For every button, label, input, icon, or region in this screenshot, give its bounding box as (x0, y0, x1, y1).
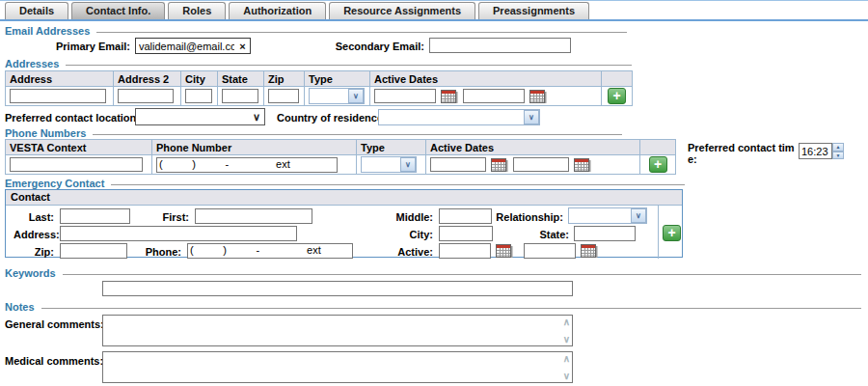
chevron-down-icon: ∨ (400, 157, 416, 172)
address-input[interactable] (10, 89, 106, 103)
relationship-select[interactable]: ∨ (568, 207, 647, 224)
vesta-context-input[interactable] (10, 157, 143, 172)
col-header-type: Type (305, 71, 370, 87)
primary-email-label: Primary Email: (53, 41, 130, 52)
emergency-state-input[interactable] (574, 226, 636, 241)
section-rule (111, 184, 685, 185)
preferred-contact-location-label: Preferred contact location: (5, 112, 140, 124)
spin-up-icon[interactable]: ▲ (832, 143, 844, 152)
chevron-down-icon: ∨ (253, 109, 260, 124)
preferred-contact-time-input[interactable] (799, 143, 832, 159)
col-header-vesta-context: VESTA Context (6, 140, 152, 155)
add-address-row-button[interactable]: + (608, 88, 626, 104)
city-input[interactable] (185, 89, 212, 103)
tab-bar: Details Contact Info. Roles Authorizatio… (5, 2, 589, 19)
section-rule (66, 65, 632, 66)
address-type-select[interactable]: ∨ (309, 88, 365, 104)
emergency-address-label: Address: (14, 229, 54, 240)
middle-name-input[interactable] (439, 208, 492, 224)
col-header-state: State (218, 71, 264, 87)
col-header-add (602, 71, 633, 87)
emergency-active-from-input[interactable] (439, 243, 491, 259)
phone-type-select[interactable]: ∨ (361, 156, 417, 173)
calendar-icon[interactable] (495, 243, 514, 259)
scroll-up-icon[interactable]: ∧ (563, 317, 570, 326)
tab-roles[interactable]: Roles (168, 2, 226, 19)
chevron-down-icon: ∨ (631, 208, 646, 223)
section-title: Email Addresses (5, 25, 90, 37)
active-from-input[interactable] (430, 157, 486, 172)
emergency-address-input[interactable] (60, 226, 297, 241)
section-rule (96, 32, 627, 33)
general-comments-label: General comments: (5, 318, 104, 330)
keywords-input[interactable] (102, 281, 573, 296)
calendar-icon[interactable] (573, 157, 592, 173)
scroll-down-icon[interactable]: ∨ (563, 335, 570, 344)
col-header-phone-number: Phone Number (152, 140, 357, 155)
section-rule (63, 274, 861, 275)
emergency-box-title: Contact (6, 190, 682, 206)
active-to-input[interactable] (513, 157, 569, 172)
first-name-input[interactable] (195, 208, 312, 224)
addresses-table: Address Address 2 City State Zip Type Ac… (5, 70, 633, 106)
tab-preassignments[interactable]: Preassignments (478, 2, 589, 19)
scroll-up-icon[interactable]: ∧ (563, 354, 570, 363)
relationship-label: Relationship: (493, 211, 563, 223)
emergency-city-input[interactable] (439, 226, 493, 241)
last-name-label: Last: (14, 211, 54, 223)
primary-email-input[interactable] (136, 41, 235, 52)
section-rule (93, 134, 622, 135)
emergency-zip-label: Zip: (14, 246, 54, 258)
tab-contact-info[interactable]: Contact Info. (71, 2, 165, 19)
address-table-row: ∨ + (6, 87, 633, 106)
keywords-section-header: Keywords (5, 267, 861, 279)
medical-comments-label: Medical comments: (5, 355, 103, 367)
emergency-contact-box: Contact Last: First: Middle: Relationshi… (5, 189, 683, 258)
add-phone-row-button[interactable]: + (649, 156, 667, 173)
zip-input[interactable] (268, 89, 299, 103)
emergency-phone-label: Phone: (141, 246, 181, 258)
active-to-input[interactable] (463, 89, 525, 103)
emergency-phone-input[interactable]: ( ) - ext (187, 243, 353, 259)
active-from-input[interactable] (374, 89, 436, 103)
spin-down-icon[interactable]: ▼ (832, 152, 844, 160)
col-header-city: City (181, 71, 218, 87)
calendar-icon[interactable] (490, 157, 509, 173)
tab-resource-assignments[interactable]: Resource Assignments (329, 2, 475, 19)
emergency-contact-section-header: Emergency Contact (5, 178, 685, 189)
scroll-down-icon[interactable]: ∨ (563, 372, 570, 380)
phone-numbers-section-header: Phone Numbers (5, 127, 622, 139)
country-of-residence-select[interactable]: ∨ (378, 109, 540, 125)
add-emergency-contact-button[interactable]: + (663, 225, 681, 241)
col-header-active-dates: Active Dates (370, 71, 602, 87)
col-header-active-dates: Active Dates (426, 140, 640, 155)
section-title: Phone Numbers (5, 127, 86, 139)
emergency-city-label: City: (377, 229, 433, 240)
clear-icon[interactable]: × (235, 41, 250, 52)
preferred-contact-time-label: Preferred contact time: (688, 142, 796, 165)
last-name-input[interactable] (60, 208, 130, 224)
secondary-email-label: Secondary Email: (333, 41, 424, 52)
emergency-zip-input[interactable] (60, 243, 127, 259)
state-input[interactable] (222, 89, 258, 103)
emergency-state-label: State: (507, 229, 569, 240)
phone-number-input[interactable]: ( ) - ext (156, 157, 338, 173)
first-name-label: First: (150, 211, 189, 223)
medical-comments-textarea[interactable]: ∧ ∨ (102, 351, 573, 383)
general-comments-textarea[interactable]: ∧ ∨ (102, 315, 573, 346)
col-header-zip: Zip (264, 71, 305, 87)
emergency-active-to-input[interactable] (524, 243, 576, 259)
calendar-icon[interactable] (440, 89, 459, 104)
secondary-email-input[interactable] (429, 38, 571, 53)
email-addresses-section-header: Email Addresses (5, 25, 627, 37)
country-of-residence-label: Country of residence: (277, 112, 387, 124)
preferred-contact-location-select[interactable]: ∨ (135, 108, 265, 125)
tab-details[interactable]: Details (5, 2, 68, 19)
calendar-icon[interactable] (580, 243, 599, 259)
tab-authorization[interactable]: Authorization (229, 2, 326, 19)
addresses-section-header: Addresses (5, 58, 632, 69)
address2-input[interactable] (118, 89, 174, 103)
section-title: Emergency Contact (5, 178, 104, 189)
notes-section-header: Notes (5, 301, 861, 313)
calendar-icon[interactable] (529, 89, 548, 104)
